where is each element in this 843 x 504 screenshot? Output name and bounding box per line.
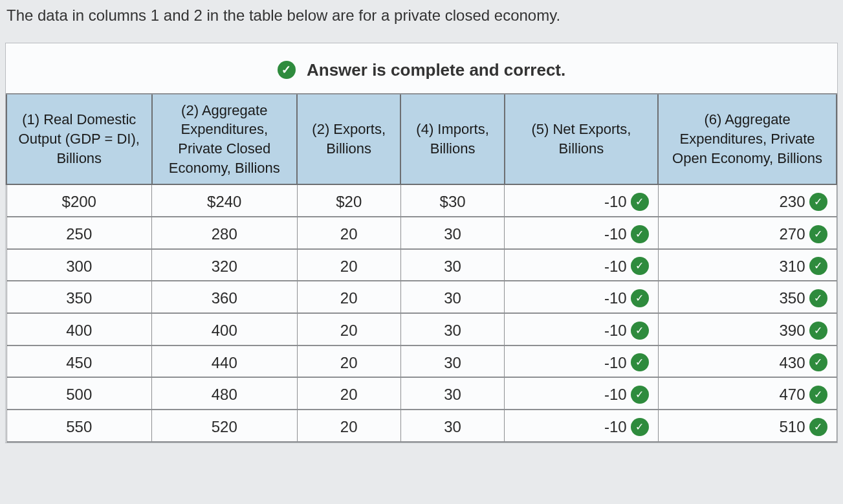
cell-ae-open-value: 270: [779, 225, 805, 243]
correct-check-icon: ✓: [631, 193, 649, 211]
cell-ae-open-value: 390: [779, 322, 805, 339]
cell-ae-open-value: 310: [779, 257, 805, 274]
cell-ae-closed-value: 280: [212, 225, 237, 243]
intro-text: The data in columns 1 and 2 in the table…: [6, 6, 838, 25]
cell-ae-closed-value: $240: [207, 193, 241, 210]
cell-gdp-value: 450: [66, 353, 92, 371]
answer-panel: ✓ Answer is complete and correct. (1) Re…: [5, 43, 838, 443]
correct-check-icon: ✓: [809, 418, 827, 436]
cell-imports-value: 30: [444, 322, 461, 339]
table-row: 5004802030-10✓470✓: [6, 377, 837, 410]
cell-net-exports: -10✓: [505, 377, 658, 410]
cell-exports-value: 20: [340, 418, 358, 435]
cell-ae-closed: 480: [152, 377, 298, 410]
cell-exports-value: 20: [340, 322, 358, 339]
cell-gdp-value: 250: [66, 225, 92, 243]
cell-exports-value: 20: [340, 353, 358, 371]
correct-check-icon: ✓: [809, 193, 827, 211]
cell-ae-open: 230✓: [658, 184, 837, 217]
correct-check-icon: ✓: [809, 322, 827, 340]
table-row: 2502802030-10✓270✓: [6, 217, 837, 249]
correct-check-icon: ✓: [631, 386, 649, 404]
cell-net-exports: -10✓: [505, 281, 658, 313]
cell-exports-value: 20: [340, 386, 358, 403]
cell-ae-closed: 400: [152, 313, 298, 345]
cell-ae-closed: 360: [152, 281, 298, 313]
cell-ae-open-value: 430: [779, 353, 805, 371]
cell-imports-value: 30: [444, 257, 461, 274]
cell-exports-value: 20: [340, 225, 358, 243]
cell-imports-value: 30: [444, 418, 461, 435]
correct-check-icon: ✓: [631, 353, 649, 371]
cell-ae-closed-value: 440: [212, 353, 237, 371]
cell-net-exports: -10✓: [505, 313, 658, 345]
col-header-3: (2) Exports, Billions: [297, 94, 400, 185]
cell-imports: 30: [400, 377, 504, 410]
data-table: (1) Real Domestic Output (GDP = DI), Bil…: [6, 94, 837, 443]
correct-check-icon: ✓: [809, 225, 827, 243]
table-row: 5505202030-10✓510✓: [6, 410, 837, 442]
correct-check-icon: ✓: [631, 257, 649, 275]
cell-net-exports-value: -10: [604, 386, 627, 403]
cell-gdp: 500: [6, 377, 152, 410]
cell-net-exports-value: -10: [604, 289, 627, 307]
cell-gdp-value: 400: [66, 322, 92, 339]
cell-net-exports-value: -10: [604, 322, 627, 339]
cell-imports: 30: [400, 281, 504, 313]
cell-net-exports: -10✓: [505, 217, 658, 249]
cell-ae-open: 270✓: [658, 217, 837, 249]
cell-exports-value: 20: [340, 257, 358, 274]
cell-imports: $30: [400, 184, 504, 217]
cell-imports-value: 30: [444, 289, 461, 307]
cell-ae-open: 390✓: [658, 313, 837, 345]
cell-ae-closed-value: 520: [212, 418, 237, 435]
cell-exports: $20: [297, 184, 400, 217]
cell-ae-open-value: 230: [779, 193, 805, 210]
cell-net-exports: -10✓: [505, 249, 658, 281]
cell-ae-open: 470✓: [658, 377, 837, 410]
correct-check-icon: ✓: [631, 322, 649, 340]
col-header-5: (5) Net Exports, Billions: [505, 94, 658, 185]
cell-ae-closed: $240: [152, 184, 298, 217]
cell-net-exports: -10✓: [505, 345, 658, 378]
cell-imports-value: 30: [444, 353, 461, 371]
cell-net-exports-value: -10: [604, 353, 627, 371]
table-row: 3503602030-10✓350✓: [6, 281, 837, 313]
cell-gdp: $200: [6, 184, 152, 217]
col-header-6: (6) Aggregate Expenditures, Private Open…: [658, 94, 837, 185]
cell-exports-value: $20: [336, 193, 362, 210]
cell-ae-closed-value: 400: [212, 322, 237, 339]
cell-net-exports: -10✓: [505, 410, 658, 442]
cell-exports: 20: [297, 281, 400, 313]
cell-exports-value: 20: [340, 289, 358, 307]
cell-imports: 30: [400, 410, 504, 442]
cell-gdp: 550: [6, 410, 152, 442]
table-row: 4504402030-10✓430✓: [6, 345, 837, 378]
cell-imports-value: 30: [444, 386, 461, 403]
cell-gdp: 450: [6, 345, 152, 378]
table-row: 3003202030-10✓310✓: [6, 249, 837, 281]
cell-net-exports: -10✓: [505, 184, 658, 217]
cell-ae-closed-value: 480: [212, 386, 237, 403]
table-row: 4004002030-10✓390✓: [6, 313, 837, 345]
correct-check-icon: ✓: [631, 289, 649, 307]
cell-net-exports-value: -10: [604, 225, 627, 243]
cell-imports-value: 30: [444, 225, 461, 243]
cell-ae-open: 430✓: [658, 345, 837, 378]
cell-ae-closed: 320: [152, 249, 298, 281]
status-bar: ✓ Answer is complete and correct.: [6, 43, 837, 94]
cell-imports: 30: [400, 217, 504, 249]
cell-imports: 30: [400, 345, 504, 378]
table-header-row: (1) Real Domestic Output (GDP = DI), Bil…: [6, 94, 837, 185]
correct-check-icon: ✓: [631, 418, 649, 436]
cell-exports: 20: [297, 217, 400, 249]
cell-ae-open: 510✓: [658, 410, 837, 442]
col-header-1: (1) Real Domestic Output (GDP = DI), Bil…: [6, 94, 152, 185]
cell-gdp-value: 350: [66, 289, 92, 307]
cell-ae-closed: 520: [152, 410, 298, 442]
cell-net-exports-value: -10: [604, 257, 627, 274]
cell-ae-open-value: 510: [779, 418, 805, 435]
cell-gdp-value: 500: [66, 386, 92, 403]
cell-exports: 20: [297, 249, 400, 281]
correct-check-icon: ✓: [809, 257, 827, 275]
